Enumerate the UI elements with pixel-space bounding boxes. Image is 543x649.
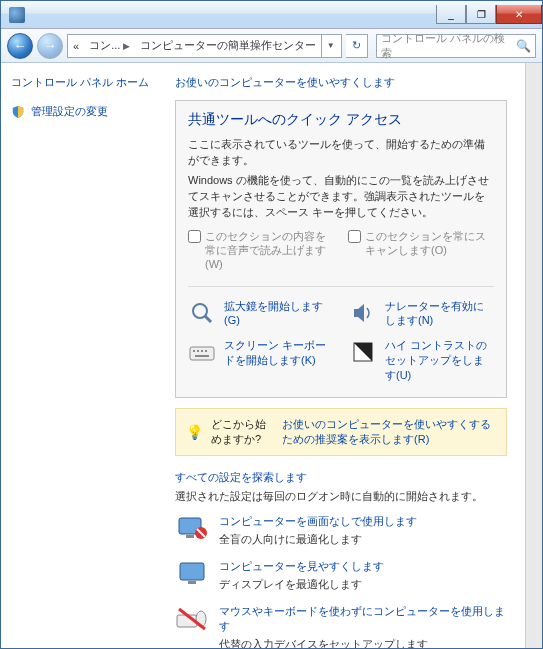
svg-rect-6 bbox=[201, 350, 203, 352]
svg-rect-7 bbox=[205, 350, 207, 352]
tool-grid: 拡大鏡を開始します(G) ナレーターを有効にします(N) スクリーン キーボード… bbox=[188, 286, 494, 383]
tool-osk[interactable]: スクリーン キーボードを開始します(K) bbox=[188, 338, 333, 383]
tool-contrast[interactable]: ハイ コントラストのセットアップをします(U) bbox=[349, 338, 494, 383]
panel-title: 共通ツールへのクイック アクセス bbox=[188, 111, 494, 129]
tool-magnifier[interactable]: 拡大鏡を開始します(G) bbox=[188, 299, 333, 329]
tool-narrator[interactable]: ナレーターを有効にします(N) bbox=[349, 299, 494, 329]
checkbox-read-aloud[interactable]: このセクションの内容を常に音声で読み上げます(W) bbox=[188, 229, 334, 272]
setting-no-display: コンピューターを画面なしで使用します全盲の人向けに最適化します bbox=[175, 514, 507, 547]
forward-button[interactable]: → bbox=[37, 33, 63, 59]
monitor-off-icon bbox=[175, 514, 209, 544]
tip-question: どこから始めますか? bbox=[211, 417, 274, 447]
svg-line-1 bbox=[205, 316, 211, 322]
tip-link[interactable]: お使いのコンピューターを使いやすくするための推奨案を表示します(R) bbox=[282, 417, 496, 447]
maximize-button[interactable]: ❐ bbox=[466, 5, 496, 24]
svg-rect-8 bbox=[195, 355, 209, 357]
svg-rect-15 bbox=[188, 581, 196, 584]
minimize-button[interactable]: _ bbox=[436, 5, 466, 24]
intro-heading: お使いのコンピューターを使いやすくします bbox=[175, 75, 507, 90]
checkbox-input[interactable] bbox=[188, 230, 201, 243]
main-content: お使いのコンピューターを使いやすくします 共通ツールへのクイック アクセス ここ… bbox=[169, 63, 525, 648]
window-buttons: _ ❐ ✕ bbox=[436, 5, 542, 24]
setting-link[interactable]: コンピューターを見やすくします bbox=[219, 559, 384, 574]
search-input[interactable]: コントロール パネルの検索 🔍 bbox=[376, 34, 536, 58]
keyboard-icon bbox=[188, 338, 216, 366]
setting-link[interactable]: コンピューターを画面なしで使用します bbox=[219, 514, 417, 529]
svg-rect-5 bbox=[197, 350, 199, 352]
tool-label: 拡大鏡を開始します(G) bbox=[224, 299, 333, 329]
breadcrumb[interactable]: « コン...▶ コンピューターの簡単操作センター ▼ bbox=[67, 34, 342, 58]
breadcrumb-segment[interactable]: コン...▶ bbox=[84, 38, 135, 53]
monitor-icon bbox=[175, 559, 209, 589]
close-button[interactable]: ✕ bbox=[496, 5, 542, 24]
setting-desc: 代替の入力デバイスをセットアップします bbox=[219, 637, 507, 648]
sidebar-admin-link[interactable]: 管理設定の変更 bbox=[11, 104, 159, 119]
sidebar: コントロール パネル ホーム 管理設定の変更 bbox=[1, 63, 169, 648]
titlebar: _ ❐ ✕ bbox=[1, 1, 542, 29]
sidebar-admin-label: 管理設定の変更 bbox=[31, 104, 108, 119]
checkbox-input[interactable] bbox=[348, 230, 361, 243]
back-button[interactable]: ← bbox=[7, 33, 33, 59]
contrast-icon bbox=[349, 338, 377, 366]
scrollbar[interactable] bbox=[525, 63, 542, 648]
sidebar-home-link[interactable]: コントロール パネル ホーム bbox=[11, 75, 159, 90]
setting-no-mouse-kb: マウスやキーボードを使わずにコンピューターを使用します代替の入力デバイスをセット… bbox=[175, 604, 507, 648]
setting-desc: ディスプレイを最適化します bbox=[219, 577, 384, 592]
quick-access-panel: 共通ツールへのクイック アクセス ここに表示されているツールを使って、開始するた… bbox=[175, 100, 507, 398]
svg-rect-14 bbox=[180, 563, 204, 580]
window: _ ❐ ✕ ← → « コン...▶ コンピューターの簡単操作センター ▼ ↻ … bbox=[0, 0, 543, 649]
svg-rect-11 bbox=[186, 535, 194, 538]
search-placeholder: コントロール パネルの検索 bbox=[381, 31, 516, 61]
checkbox-row: このセクションの内容を常に音声で読み上げます(W) このセクションを常にスキャン… bbox=[188, 229, 494, 272]
tip-bar: 💡 どこから始めますか? お使いのコンピューターを使いやすくするための推奨案を表… bbox=[175, 408, 507, 456]
svg-rect-2 bbox=[354, 309, 358, 317]
explore-subtext: 選択された設定は毎回のログオン時に自動的に開始されます。 bbox=[175, 489, 507, 504]
search-icon: 🔍 bbox=[516, 39, 531, 53]
breadcrumb-dropdown[interactable]: ▼ bbox=[321, 34, 339, 58]
svg-rect-4 bbox=[193, 350, 195, 352]
panel-text: Windows の機能を使って、自動的にこの一覧を読み上げさせてスキャンさせるこ… bbox=[188, 173, 494, 221]
shield-icon bbox=[11, 105, 25, 119]
narrator-icon bbox=[349, 299, 377, 327]
explore-heading: すべての設定を探索します bbox=[175, 470, 507, 485]
magnifier-icon bbox=[188, 299, 216, 327]
tool-label: ナレーターを有効にします(N) bbox=[385, 299, 494, 329]
app-icon bbox=[9, 7, 25, 23]
svg-rect-3 bbox=[190, 347, 214, 360]
bulb-icon: 💡 bbox=[186, 424, 203, 440]
no-input-icon bbox=[175, 604, 209, 634]
body: コントロール パネル ホーム 管理設定の変更 お使いのコンピューターを使いやすく… bbox=[1, 63, 542, 648]
refresh-button[interactable]: ↻ bbox=[346, 34, 368, 58]
setting-desc: 全盲の人向けに最適化します bbox=[219, 532, 417, 547]
setting-link[interactable]: マウスやキーボードを使わずにコンピューターを使用します bbox=[219, 604, 507, 634]
panel-text: ここに表示されているツールを使って、開始するための準備ができます。 bbox=[188, 137, 494, 169]
tool-label: ハイ コントラストのセットアップをします(U) bbox=[385, 338, 494, 383]
breadcrumb-segment[interactable]: コンピューターの簡単操作センター bbox=[135, 38, 321, 53]
navbar: ← → « コン...▶ コンピューターの簡単操作センター ▼ ↻ コントロール… bbox=[1, 29, 542, 63]
breadcrumb-chevrons-icon: « bbox=[68, 40, 84, 52]
tool-label: スクリーン キーボードを開始します(K) bbox=[224, 338, 333, 383]
setting-see-easier: コンピューターを見やすくしますディスプレイを最適化します bbox=[175, 559, 507, 592]
svg-point-0 bbox=[193, 304, 207, 318]
checkbox-scan[interactable]: このセクションを常にスキャンします(O) bbox=[348, 229, 494, 272]
